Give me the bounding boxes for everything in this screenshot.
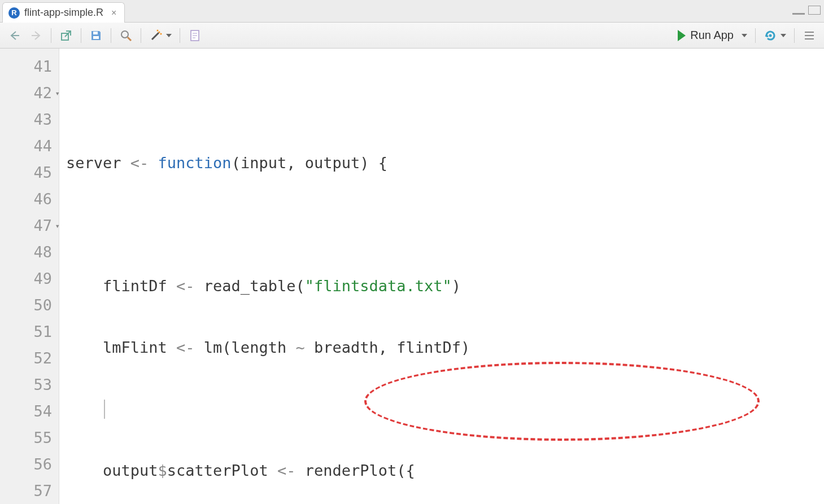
line-number: 54 [0, 398, 59, 424]
save-button[interactable] [86, 27, 106, 45]
r-file-icon: R [8, 7, 20, 19]
code-line: lmFlint <- lm(length ~ breadth, flintDf) [66, 334, 824, 361]
line-number: 53 [0, 371, 59, 398]
nav-back-button[interactable] [5, 27, 25, 45]
chevron-down-icon [166, 34, 172, 37]
wand-icon [149, 29, 163, 42]
line-number: 48 [0, 239, 59, 265]
save-icon [89, 29, 103, 42]
show-in-new-window-button[interactable] [56, 27, 76, 45]
maximize-pane-icon[interactable] [808, 6, 821, 15]
minimize-pane-icon[interactable] [792, 6, 805, 15]
outline-icon [803, 29, 816, 42]
compile-report-button[interactable] [185, 27, 205, 45]
chevron-down-icon [781, 34, 786, 37]
line-number: 55 [0, 424, 59, 451]
svg-point-3 [121, 31, 128, 38]
svg-point-5 [160, 33, 162, 34]
editor-area: 41 42 43 44 45 46 47 48 49 50 51 52 53 5… [0, 49, 824, 504]
separator [180, 28, 180, 43]
line-number-gutter[interactable]: 41 42 43 44 45 46 47 48 49 50 51 52 53 5… [0, 49, 59, 504]
find-icon [119, 29, 133, 42]
svg-point-4 [159, 31, 160, 33]
back-arrow-icon [8, 29, 21, 42]
code-tools-button[interactable] [146, 27, 175, 45]
tab-filename: flint-app-simple.R [24, 7, 103, 19]
chevron-down-icon [742, 34, 747, 37]
line-number: 46 [0, 186, 59, 212]
separator [111, 28, 111, 43]
tab-bar: R flint-app-simple.R × [0, 0, 824, 23]
line-number: 45 [0, 159, 59, 186]
window-controls [792, 6, 821, 15]
separator [794, 28, 795, 43]
line-number: 51 [0, 318, 59, 345]
find-replace-button[interactable] [116, 27, 136, 45]
line-number: 49 [0, 265, 59, 292]
line-number: 47 [0, 212, 59, 239]
line-number: 41 [0, 53, 59, 80]
run-app-button[interactable]: Run App [674, 27, 751, 44]
text-cursor [104, 400, 105, 419]
nav-forward-button[interactable] [26, 27, 46, 45]
reload-app-button[interactable] [760, 27, 790, 45]
reload-icon [764, 29, 777, 42]
code-line [66, 211, 824, 238]
line-number: 44 [0, 133, 59, 159]
code-line: server <- function(input, output) { [66, 150, 824, 176]
run-app-label: Run App [690, 29, 734, 42]
forward-arrow-icon [29, 29, 43, 42]
popout-icon [59, 29, 73, 42]
line-number: 50 [0, 292, 59, 318]
editor-toolbar: Run App [0, 23, 824, 49]
document-outline-button[interactable] [799, 27, 819, 45]
svg-point-6 [157, 29, 159, 31]
play-icon [678, 30, 686, 41]
svg-point-11 [769, 34, 772, 37]
separator [81, 28, 81, 43]
code-line [66, 396, 824, 422]
code-line: flintDf <- read_table("flintsdata.txt") [66, 273, 824, 299]
line-number: 42 [0, 80, 59, 106]
code-editor[interactable]: server <- function(input, output) { flin… [59, 49, 824, 504]
separator [51, 28, 51, 43]
report-icon [188, 29, 202, 42]
separator [755, 28, 756, 43]
line-number: 52 [0, 345, 59, 371]
line-number: 56 [0, 451, 59, 477]
line-number: 43 [0, 106, 59, 133]
file-tab[interactable]: R flint-app-simple.R × [2, 2, 125, 23]
svg-rect-2 [93, 36, 99, 39]
line-number: 57 [0, 477, 59, 504]
code-line: output$scatterPlot <- renderPlot({ [66, 457, 824, 484]
svg-rect-1 [93, 32, 98, 34]
code-line [66, 88, 824, 115]
separator [141, 28, 141, 43]
close-tab-icon[interactable]: × [111, 8, 116, 18]
